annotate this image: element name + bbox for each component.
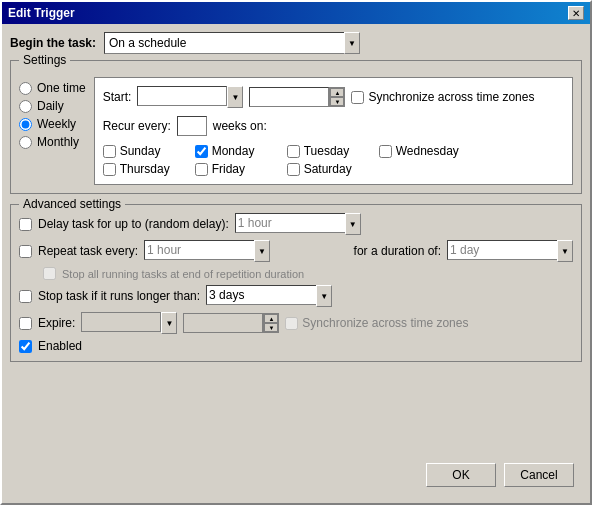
monday-label: Monday	[212, 144, 255, 158]
schedule-type-radio-group: One time Daily Weekly Monthly	[19, 73, 86, 185]
delay-task-label: Delay task for up to (random delay):	[38, 217, 229, 231]
start-date-input[interactable]: 10/22/2014	[137, 86, 227, 106]
daily-label: Daily	[37, 99, 64, 113]
sunday-label: Sunday	[120, 144, 161, 158]
stop-runs-row: Stop task if it runs longer than: 3 days…	[19, 285, 573, 307]
recur-value-input[interactable]: 1	[177, 116, 207, 136]
delay-task-arrow[interactable]: ▼	[345, 213, 361, 235]
stop-runs-select-wrap: 3 days ▼	[206, 285, 332, 307]
expire-date-input[interactable]: 10/22/2015	[81, 312, 161, 332]
days-of-week-grid: Sunday Monday Tuesday	[103, 144, 564, 176]
expire-sync-label: Synchronize across time zones	[302, 316, 468, 330]
stop-all-row: Stop all running tasks at end of repetit…	[43, 267, 573, 280]
expire-checkbox[interactable]	[19, 317, 32, 330]
thursday-day[interactable]: Thursday	[103, 162, 183, 176]
stop-all-checkbox[interactable]	[43, 267, 56, 280]
stop-runs-checkbox[interactable]	[19, 290, 32, 303]
recur-row: Recur every: 1 weeks on:	[103, 116, 564, 136]
recur-label: Recur every:	[103, 119, 171, 133]
stop-runs-dropdown[interactable]: 3 days	[206, 285, 316, 305]
wednesday-day[interactable]: Wednesday	[379, 144, 459, 158]
delay-task-checkbox[interactable]	[19, 218, 32, 231]
stop-runs-arrow[interactable]: ▼	[316, 285, 332, 307]
begin-task-dropdown[interactable]: On a schedule	[104, 32, 344, 54]
saturday-label: Saturday	[304, 162, 352, 176]
expire-date-arrow[interactable]: ▼	[161, 312, 177, 334]
cancel-button[interactable]: Cancel	[504, 463, 574, 487]
repeat-task-select-wrap: 1 hour ▼	[144, 240, 270, 262]
window-title: Edit Trigger	[8, 6, 75, 20]
one-time-label: One time	[37, 81, 86, 95]
friday-checkbox[interactable]	[195, 163, 208, 176]
friday-day[interactable]: Friday	[195, 162, 275, 176]
repeat-task-label: Repeat task every:	[38, 244, 138, 258]
sync-timezone-label: Synchronize across time zones	[368, 90, 534, 104]
duration-select-wrap: 1 day ▼	[447, 240, 573, 262]
expire-time-down[interactable]: ▼	[264, 323, 278, 332]
wednesday-checkbox[interactable]	[379, 145, 392, 158]
expire-time-up[interactable]: ▲	[264, 314, 278, 323]
expire-sync-checkbox[interactable]	[285, 317, 298, 330]
weeks-label: weeks on:	[213, 119, 267, 133]
stop-runs-label: Stop task if it runs longer than:	[38, 289, 200, 303]
edit-trigger-window: Edit Trigger ✕ Begin the task: On a sche…	[0, 0, 592, 505]
start-time-down[interactable]: ▼	[330, 97, 344, 106]
wednesday-label: Wednesday	[396, 144, 459, 158]
monthly-radio[interactable]	[19, 136, 32, 149]
start-date-arrow[interactable]: ▼	[227, 86, 243, 108]
content-area: Begin the task: On a schedule ▼ Settings…	[2, 24, 590, 503]
begin-label: Begin the task:	[10, 36, 96, 50]
weekly-option[interactable]: Weekly	[19, 117, 86, 131]
start-time-spin: ▲ ▼	[329, 87, 345, 107]
enabled-label: Enabled	[38, 339, 82, 353]
duration-arrow[interactable]: ▼	[557, 240, 573, 262]
expire-sync-wrap[interactable]: Synchronize across time zones	[285, 316, 468, 330]
sunday-day[interactable]: Sunday	[103, 144, 183, 158]
weekly-radio[interactable]	[19, 118, 32, 131]
begin-task-dropdown-arrow[interactable]: ▼	[344, 32, 360, 54]
delay-task-dropdown[interactable]: 1 hour	[235, 213, 345, 233]
repeat-task-dropdown[interactable]: 1 hour	[144, 240, 254, 260]
one-time-radio[interactable]	[19, 82, 32, 95]
advanced-settings-label: Advanced settings	[19, 197, 125, 211]
repeat-task-checkbox[interactable]	[19, 245, 32, 258]
one-time-option[interactable]: One time	[19, 81, 86, 95]
daily-option[interactable]: Daily	[19, 99, 86, 113]
begin-task-select-wrap: On a schedule ▼	[104, 32, 360, 54]
monthly-option[interactable]: Monthly	[19, 135, 86, 149]
stop-all-label: Stop all running tasks at end of repetit…	[62, 268, 304, 280]
start-time-up[interactable]: ▲	[330, 88, 344, 97]
delay-task-select-wrap: 1 hour ▼	[235, 213, 361, 235]
saturday-checkbox[interactable]	[287, 163, 300, 176]
enabled-checkbox[interactable]	[19, 340, 32, 353]
thursday-checkbox[interactable]	[103, 163, 116, 176]
duration-label: for a duration of:	[354, 244, 441, 258]
expire-time-spin: ▲ ▼	[263, 313, 279, 333]
sunday-checkbox[interactable]	[103, 145, 116, 158]
start-time-input[interactable]: 6:00:00 AM	[249, 87, 329, 107]
tuesday-checkbox[interactable]	[287, 145, 300, 158]
for-duration-wrap: for a duration of: 1 day ▼	[354, 240, 573, 262]
start-row: Start: 10/22/2014 ▼ 6:00:00 AM ▲ ▼	[103, 86, 564, 108]
repeat-task-arrow[interactable]: ▼	[254, 240, 270, 262]
duration-dropdown[interactable]: 1 day	[447, 240, 557, 260]
ok-button[interactable]: OK	[426, 463, 496, 487]
close-button[interactable]: ✕	[568, 6, 584, 20]
friday-label: Friday	[212, 162, 245, 176]
sync-timezone-wrap[interactable]: Synchronize across time zones	[351, 90, 534, 104]
expire-date-wrap: 10/22/2015 ▼	[81, 312, 177, 334]
settings-detail-panel: Start: 10/22/2014 ▼ 6:00:00 AM ▲ ▼	[94, 77, 573, 185]
saturday-day[interactable]: Saturday	[287, 162, 367, 176]
repeat-task-row: Repeat task every: 1 hour ▼ for a durati…	[19, 240, 573, 262]
daily-radio[interactable]	[19, 100, 32, 113]
monday-checkbox[interactable]	[195, 145, 208, 158]
expire-label: Expire:	[38, 316, 75, 330]
settings-group-box: Settings One time Daily Weekly	[10, 60, 582, 194]
start-date-wrap: 10/22/2014 ▼	[137, 86, 243, 108]
monday-day[interactable]: Monday	[195, 144, 275, 158]
tuesday-day[interactable]: Tuesday	[287, 144, 367, 158]
expire-time-input[interactable]: 11:21:48 AM	[183, 313, 263, 333]
thursday-label: Thursday	[120, 162, 170, 176]
days-row-2: Thursday Friday Saturday	[103, 162, 564, 176]
sync-timezone-checkbox[interactable]	[351, 91, 364, 104]
